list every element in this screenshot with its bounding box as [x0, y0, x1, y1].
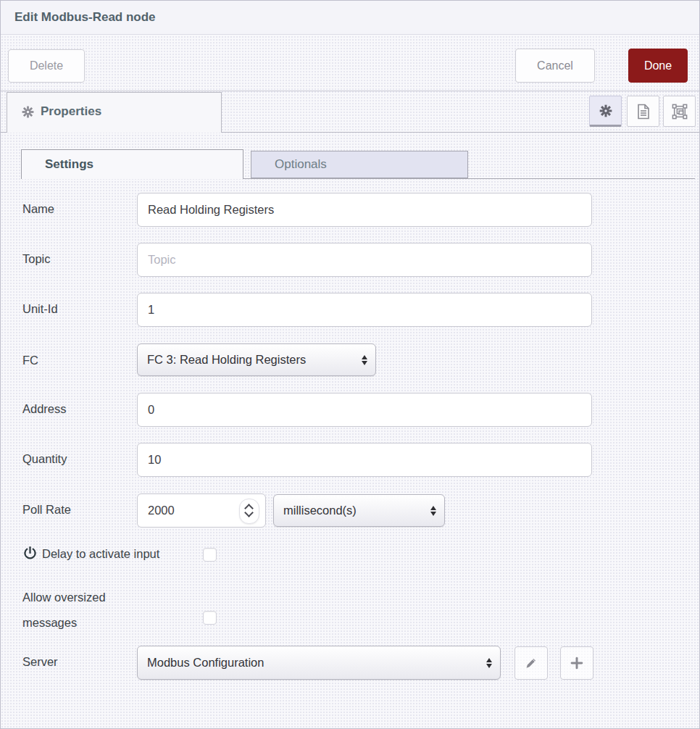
select-arrows-icon: [486, 658, 492, 668]
properties-pane-button[interactable]: [589, 96, 622, 127]
gear-icon: [21, 105, 35, 119]
select-arrows-icon: [430, 506, 436, 516]
server-select[interactable]: Modbus Configuration: [137, 646, 501, 680]
add-server-button[interactable]: [560, 646, 593, 680]
power-icon: [22, 546, 38, 561]
allow-oversized-label: Allow oversized messages: [22, 585, 138, 636]
delete-button[interactable]: Delete: [8, 49, 85, 83]
gear-icon: [599, 104, 613, 118]
quantity-label: Quantity: [22, 452, 67, 466]
topic-label: Topic: [22, 252, 51, 266]
fc-select[interactable]: FC 3: Read Holding Registers: [137, 343, 376, 376]
address-label: Address: [22, 402, 67, 416]
tab-properties-label: Properties: [41, 104, 101, 119]
poll-rate-field: [137, 493, 266, 528]
delay-to-activate-checkbox[interactable]: [203, 548, 217, 562]
topic-input[interactable]: [137, 243, 592, 277]
address-input[interactable]: [137, 393, 592, 427]
plus-icon: [569, 655, 585, 671]
allow-oversized-checkbox[interactable]: [203, 611, 217, 625]
tab-properties[interactable]: Properties: [7, 92, 222, 133]
number-stepper[interactable]: [239, 499, 259, 524]
server-select-value: Modbus Configuration: [147, 656, 264, 670]
edit-node-dialog: Edit Modbus-Read node Delete Cancel Done…: [0, 0, 700, 729]
edit-server-button[interactable]: [514, 646, 548, 680]
cancel-button[interactable]: Cancel: [515, 49, 595, 83]
done-button[interactable]: Done: [628, 49, 688, 83]
dialog-header: Edit Modbus-Read node: [1, 1, 699, 35]
poll-rate-unit-value: millisecond(s): [283, 504, 357, 517]
unit-id-label: Unit-Id: [22, 302, 58, 316]
appearance-icon: [672, 104, 688, 120]
dialog-button-bar: Delete Cancel Done: [1, 36, 699, 91]
name-input[interactable]: [137, 193, 592, 227]
server-label: Server: [22, 655, 58, 669]
pencil-icon: [524, 656, 538, 670]
tab-optionals[interactable]: Optionals: [251, 151, 468, 178]
document-icon: [636, 104, 651, 120]
description-pane-button[interactable]: [627, 96, 659, 127]
poll-rate-label: Poll Rate: [22, 503, 71, 517]
delay-to-activate-label: Delay to activate input: [42, 547, 159, 561]
quantity-input[interactable]: [137, 443, 592, 477]
select-arrows-icon: [362, 355, 367, 365]
tab-settings[interactable]: Settings: [21, 149, 243, 179]
name-label: Name: [22, 202, 54, 216]
unit-id-input[interactable]: [137, 293, 592, 327]
fc-select-value: FC 3: Read Holding Registers: [147, 353, 306, 367]
fc-label: FC: [22, 354, 38, 367]
appearance-pane-button[interactable]: [663, 96, 696, 127]
poll-rate-unit-select[interactable]: millisecond(s): [273, 494, 445, 527]
dialog-title: Edit Modbus-Read node: [14, 10, 156, 25]
